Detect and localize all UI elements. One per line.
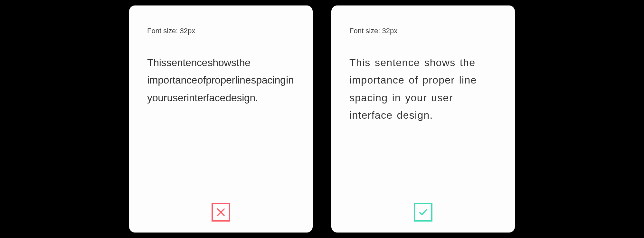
font-size-label: Font size: 32px [349, 27, 497, 35]
status-badge-error [212, 203, 230, 222]
sample-text-good-spacing: This sentence shows the importance of pr… [349, 54, 497, 124]
x-icon [216, 207, 226, 217]
example-card-bad: Font size: 32px This sentence shows the … [129, 5, 313, 233]
check-icon [418, 207, 428, 217]
example-card-good: Font size: 32px This sentence shows the … [331, 5, 515, 233]
font-size-label: Font size: 32px [147, 27, 295, 35]
sample-text-bad-spacing: This sentence shows the importance of pr… [147, 54, 295, 106]
status-badge-success [414, 203, 432, 222]
